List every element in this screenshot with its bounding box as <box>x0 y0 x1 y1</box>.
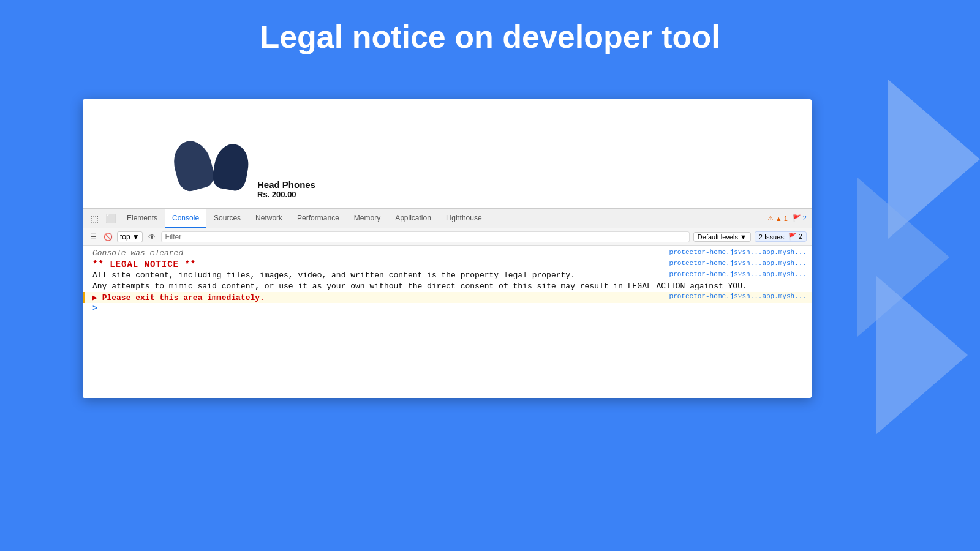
dropdown-arrow: ▼ <box>132 233 140 241</box>
product-image-area <box>175 141 248 190</box>
headphone-image-right <box>211 141 252 192</box>
tab-performance[interactable]: Performance <box>290 209 347 228</box>
top-label: top <box>120 233 130 241</box>
tab-memory[interactable]: Memory <box>347 209 388 228</box>
tab-elements[interactable]: Elements <box>119 209 165 228</box>
product-info: Head Phones Rs. 200.00 <box>257 179 315 202</box>
tab-badges: ⚠ ▲ 1 🚩 2 <box>767 214 807 222</box>
issues-label: 2 Issues: <box>759 233 786 241</box>
legal-notice-line: ** LEGAL NOTICE ** protector-home.js?sh.… <box>83 259 812 270</box>
issues-badge[interactable]: 2 Issues: 🚩 2 <box>755 231 807 242</box>
tab-network[interactable]: Network <box>248 209 290 228</box>
file-ref-2[interactable]: protector-home.js?sh...app.mysh... <box>669 271 807 278</box>
page-title: Legal notice on developer tool <box>0 0 980 67</box>
file-ref-0[interactable]: protector-home.js?sh...app.mysh... <box>669 249 807 256</box>
legal-body-line-1: All site content, including files, image… <box>83 270 812 281</box>
legal-text-1: All site content, including files, image… <box>92 271 575 280</box>
info-badge[interactable]: 🚩 2 <box>793 214 807 222</box>
inspect-icon[interactable]: ⬚ <box>88 212 101 225</box>
webpage-content: Head Phones Rs. 200.00 <box>83 99 812 208</box>
top-context-selector[interactable]: top ▼ <box>117 231 143 242</box>
console-content: Console was cleared protector-home.js?sh… <box>83 246 812 398</box>
devtools-tab-bar: ⬚ ⬜ Elements Console Sources Network Per… <box>83 209 812 228</box>
issues-count: 🚩 2 <box>788 233 802 241</box>
legal-text-2: Any attempts to mimic said content, or u… <box>92 282 747 291</box>
product-price: Rs. 200.00 <box>257 190 315 199</box>
console-prompt[interactable]: > <box>92 304 97 313</box>
file-ref-4[interactable]: protector-home.js?sh...app.mysh... <box>669 293 807 300</box>
console-toolbar: ☰ 🚫 top ▼ 👁 Default levels ▼ 2 Issues: 🚩… <box>83 228 812 246</box>
headphone-image-left <box>169 137 217 194</box>
decorative-chevrons <box>839 80 980 435</box>
tab-lighthouse[interactable]: Lighthouse <box>439 209 489 228</box>
eye-icon[interactable]: 👁 <box>146 231 157 242</box>
browser-window: Head Phones Rs. 200.00 ⬚ ⬜ Elements Cons… <box>83 99 812 398</box>
default-levels-button[interactable]: Default levels ▼ <box>693 232 751 242</box>
device-icon[interactable]: ⬜ <box>104 212 117 225</box>
tab-console[interactable]: Console <box>165 209 206 228</box>
legal-notice-text: ** LEGAL NOTICE ** <box>92 260 196 269</box>
warning-text: ▶ Please exit this area immediately. <box>92 293 265 302</box>
file-ref-1[interactable]: protector-home.js?sh...app.mysh... <box>669 260 807 267</box>
clear-console-icon[interactable]: 🚫 <box>102 231 113 242</box>
console-cleared-line: Console was cleared protector-home.js?sh… <box>83 248 812 259</box>
default-levels-label: Default levels <box>698 233 738 241</box>
devtools-panel: ⬚ ⬜ Elements Console Sources Network Per… <box>83 208 812 398</box>
warning-icon: ⚠ <box>767 214 774 222</box>
tab-application[interactable]: Application <box>388 209 439 228</box>
svg-marker-0 <box>888 80 980 239</box>
legal-body-line-2: Any attempts to mimic said content, or u… <box>83 281 812 292</box>
tab-sources[interactable]: Sources <box>206 209 248 228</box>
console-prompt-line: > <box>83 303 812 314</box>
console-warning-line: ▶ Please exit this area immediately. pro… <box>83 292 812 303</box>
warning-badge[interactable]: ⚠ ▲ 1 <box>767 214 788 222</box>
filter-input[interactable] <box>161 231 690 242</box>
product-name: Head Phones <box>257 179 315 190</box>
svg-marker-2 <box>876 276 968 435</box>
console-cleared-text: Console was cleared <box>92 249 183 258</box>
console-sidebar-icon[interactable]: ☰ <box>88 231 99 242</box>
dropdown-arrow-icon: ▼ <box>740 233 747 241</box>
